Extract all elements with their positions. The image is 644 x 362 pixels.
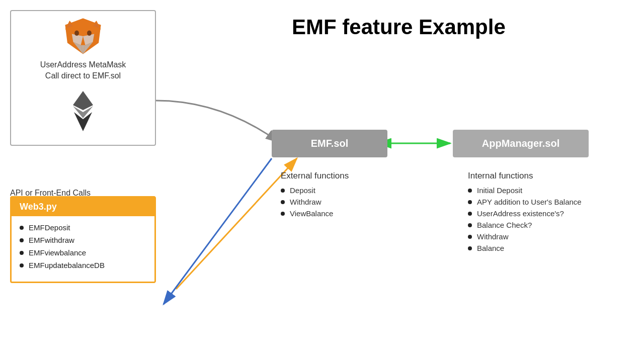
list-item: ViewBalance [281, 209, 349, 218]
metamask-label: UserAddress MetaMaskCall direct to EMF.s… [40, 59, 126, 82]
list-item: EMFwithdraw [20, 236, 146, 244]
list-item: EMFDeposit [20, 223, 146, 232]
appmanager-sol-label: AppManager.sol [482, 138, 559, 149]
web3-box: Web3.py EMFDeposit EMFwithdraw EMFviewba… [10, 196, 156, 283]
page-title: EMF feature Example [292, 15, 506, 39]
external-functions-section: External functions Deposit Withdraw View… [281, 171, 349, 221]
web3-container: Web3.py EMFDeposit EMFwithdraw EMFviewba… [10, 196, 156, 283]
list-item: EMFviewbalance [20, 248, 146, 257]
list-item: UserAddress existence's? [468, 209, 582, 218]
list-item: Balance Check? [468, 221, 582, 229]
internal-functions-title: Internal functions [468, 171, 582, 181]
metamask-fox-icon [60, 16, 106, 56]
web3-header: Web3.py [12, 198, 154, 216]
internal-functions-section: Internal functions Initial Deposit APY a… [468, 171, 582, 255]
svg-point-14 [74, 30, 79, 36]
appmanager-sol-box: AppManager.sol [453, 130, 589, 157]
emf-sol-label: EMF.sol [311, 138, 348, 149]
metamask-box: UserAddress MetaMaskCall direct to EMF.s… [10, 10, 156, 146]
list-item: EMFupdatebalanceDB [20, 261, 146, 269]
list-item: Withdraw [281, 198, 349, 206]
list-item: Initial Deposit [468, 186, 582, 195]
list-item: Balance [468, 244, 582, 252]
eth-icons [68, 91, 98, 131]
emf-sol-box: EMF.sol [272, 130, 387, 157]
list-item: Deposit [281, 186, 349, 195]
svg-marker-20 [73, 91, 93, 110]
list-item: Withdraw [468, 232, 582, 241]
svg-point-15 [87, 30, 92, 36]
list-item: APY addition to User's Balance [468, 198, 582, 206]
web3-items: EMFDeposit EMFwithdraw EMFviewbalance EM… [12, 223, 154, 269]
external-functions-title: External functions [281, 171, 349, 181]
